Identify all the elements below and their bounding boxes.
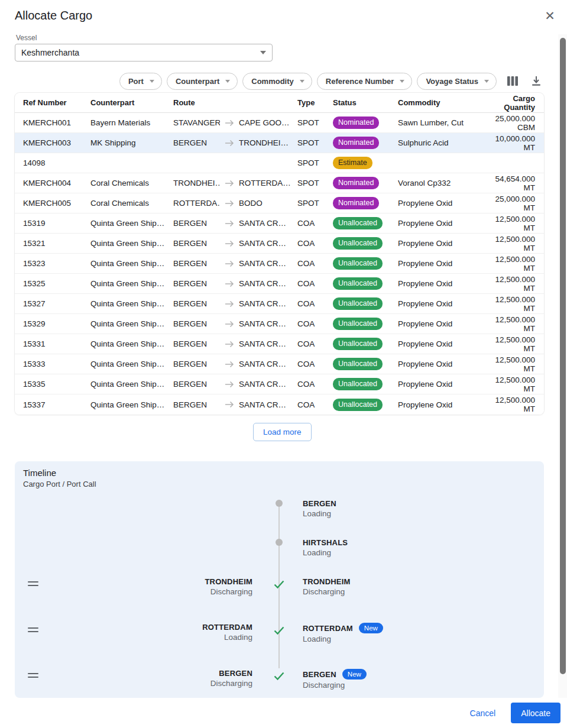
scrollbar-track[interactable] (558, 34, 567, 698)
route-destination: SANTA CR… (239, 339, 286, 348)
close-icon[interactable]: ✕ (543, 9, 557, 23)
table-row[interactable]: 15327Quinta Green Ship…BERGENSANTA CR…CO… (15, 294, 544, 314)
cell-type: SPOT (297, 179, 333, 187)
route-origin: BERGEN (173, 279, 220, 288)
table-row[interactable]: 15323Quinta Green Ship…BERGENSANTA CR…CO… (15, 254, 544, 274)
allocate-button[interactable]: Allocate (511, 703, 560, 723)
status-badge: Unallocated (333, 378, 383, 390)
cell-cargo-quantity: 12,500.000 MT (487, 335, 535, 353)
cell-type: SPOT (297, 199, 333, 208)
drag-handle-icon[interactable] (28, 673, 38, 678)
cell-cargo-quantity: 25,000.000 MT (487, 195, 535, 212)
cell-status: Nominated (333, 197, 398, 209)
cell-status: Unallocated (333, 237, 398, 250)
cell-counterpart: Bayern Materials (90, 118, 173, 127)
status-badge: Unallocated (333, 399, 383, 411)
cell-counterpart: Quinta Green Ship… (90, 319, 173, 328)
arrow-right-icon (225, 220, 234, 227)
arrow-right-icon (225, 341, 234, 348)
cell-cargo-quantity: 12,500.000 MT (487, 376, 535, 393)
cell-status: Nominated (333, 177, 398, 189)
port-name: ROTTERDAM (202, 623, 252, 632)
filter-chip-label: Port (128, 77, 144, 86)
route-origin: BERGEN (173, 239, 220, 248)
cargo-port-entry: ROTTERDAMLoading (134, 623, 252, 642)
filter-chip-port[interactable]: Port (119, 73, 162, 90)
drag-handle-icon[interactable] (28, 627, 38, 633)
route-destination: SANTA CR… (239, 319, 286, 328)
cell-commodity: Propylene Oxid (398, 239, 487, 248)
drag-handle-icon[interactable] (28, 581, 38, 587)
cell-counterpart: Coral Chemicals (90, 199, 173, 208)
table-row[interactable]: 15319Quinta Green Ship…BERGENSANTA CR…CO… (15, 213, 544, 234)
cell-counterpart: Quinta Green Ship… (90, 299, 173, 308)
table-row[interactable]: 15325Quinta Green Ship…BERGENSANTA CR…CO… (15, 274, 544, 294)
route-destination: SANTA CR… (239, 239, 286, 248)
vessel-select-value: Keshmerchanta (21, 48, 79, 57)
cell-cargo-quantity: 12,500.000 MT (487, 396, 535, 413)
cell-counterpart: Quinta Green Ship… (90, 380, 173, 389)
columns-icon[interactable] (505, 73, 520, 89)
cell-counterpart: MK Shipping (90, 138, 173, 147)
filter-bar: PortCounterpartCommodityReference Number… (15, 72, 544, 90)
route-destination: ROTTERDA… (239, 179, 291, 187)
cell-status: Unallocated (333, 358, 398, 370)
cell-commodity: Propylene Oxid (398, 319, 487, 328)
port-activity: Discharging (303, 587, 527, 596)
cell-route: BERGENSANTA CR… (173, 279, 297, 288)
table-row[interactable]: 14098SPOTEstimate (15, 153, 544, 173)
table-row[interactable]: 15333Quinta Green Ship…BERGENSANTA CR…CO… (15, 354, 544, 374)
filter-chip-voyage-status[interactable]: Voyage Status (417, 73, 497, 90)
cell-commodity: Propylene Oxid (398, 400, 487, 409)
table-row[interactable]: KMERCH003MK ShippingBERGENTRONDHEI…SPOTN… (15, 133, 544, 153)
cancel-button[interactable]: Cancel (470, 708, 496, 718)
cell-commodity: Sawn Lumber, Cut (398, 118, 487, 127)
chevron-down-icon (260, 51, 266, 54)
chevron-down-icon (150, 80, 154, 83)
cell-commodity: Propylene Oxid (398, 299, 487, 308)
table-row[interactable]: KMERCH005Coral ChemicalsROTTERDA…BODOSPO… (15, 193, 544, 213)
cell-ref-number: 15331 (23, 339, 90, 348)
cell-counterpart: Coral Chemicals (90, 179, 173, 187)
load-more-button[interactable]: Load more (253, 423, 312, 441)
route-origin: BERGEN (173, 360, 220, 368)
port-name: TRONDHEIM (205, 577, 252, 586)
table-row[interactable]: 15321Quinta Green Ship…BERGENSANTA CR…CO… (15, 234, 544, 254)
column-header: Commodity (398, 98, 487, 107)
status-badge: Nominated (333, 137, 379, 149)
vessel-label: Vessel (16, 34, 37, 42)
download-icon[interactable] (529, 73, 544, 89)
filter-chip-commodity[interactable]: Commodity (242, 73, 312, 90)
table-row[interactable]: 15329Quinta Green Ship…BERGENSANTA CR…CO… (15, 314, 544, 334)
cell-type: COA (297, 360, 333, 368)
route-destination: SANTA CR… (239, 219, 286, 228)
cell-type: SPOT (297, 158, 333, 167)
chevron-down-icon (484, 80, 489, 83)
port-activity: Discharging (134, 587, 252, 596)
table-row[interactable]: 15331Quinta Green Ship…BERGENSANTA CR…CO… (15, 334, 544, 354)
filter-chip-reference-number[interactable]: Reference Number (317, 73, 413, 90)
filter-chip-label: Commodity (251, 77, 294, 86)
arrow-right-icon (225, 240, 234, 247)
column-header: Cargo Quantity (487, 94, 535, 112)
table-row[interactable]: 15335Quinta Green Ship…BERGENSANTA CR…CO… (15, 374, 544, 394)
table-row[interactable]: 15337Quinta Green Ship…BERGENSANTA CR…CO… (15, 394, 544, 415)
vessel-select[interactable]: Keshmerchanta (15, 44, 273, 62)
check-icon (273, 669, 286, 682)
cell-ref-number: 15335 (23, 380, 90, 389)
cell-ref-number: KMERCH004 (23, 179, 90, 187)
filter-chip-counterpart[interactable]: Counterpart (167, 73, 238, 90)
cell-status: Nominated (333, 117, 398, 129)
status-badge: Unallocated (333, 277, 383, 290)
table-row[interactable]: KMERCH004Coral ChemicalsTRONDHEI…ROTTERD… (15, 173, 544, 193)
cell-counterpart: Quinta Green Ship… (90, 239, 173, 248)
table-row[interactable]: KMERCH001Bayern MaterialsSTAVANGERCAPE G… (15, 113, 544, 133)
arrow-right-icon (225, 361, 234, 368)
cell-status: Estimate (333, 157, 398, 169)
cell-type: COA (297, 319, 333, 328)
cell-counterpart: Quinta Green Ship… (90, 259, 173, 268)
arrow-right-icon (225, 381, 234, 388)
route-destination: BODO (239, 199, 263, 208)
arrow-right-icon (225, 260, 234, 267)
scrollbar-thumb[interactable] (560, 38, 566, 674)
